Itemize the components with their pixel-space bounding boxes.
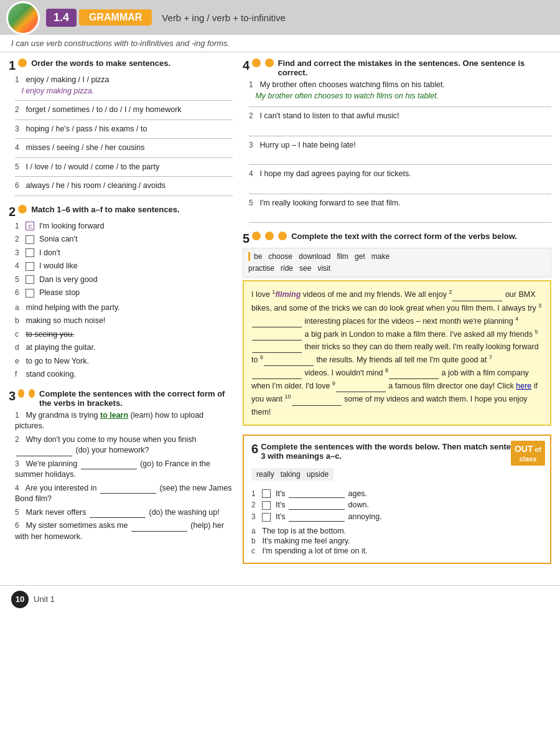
checkbox-4[interactable] xyxy=(26,262,34,271)
ex5-number: 5 xyxy=(243,232,250,245)
ex4-dot1 xyxy=(252,59,261,67)
s6-checkbox-2[interactable] xyxy=(262,501,271,510)
s6-checkbox-3[interactable] xyxy=(262,513,271,522)
ex1-title: Order the words to make sentences. xyxy=(31,59,170,68)
ex4-number: 4 xyxy=(243,59,250,72)
sub-header: I can use verb constructions with to-inf… xyxy=(0,35,560,52)
ex1-number: 1 xyxy=(9,59,16,72)
page-number: 10 xyxy=(11,591,29,608)
ex6-number: 6 xyxy=(251,442,258,456)
list-item: 1 c I'm looking forward xyxy=(15,221,233,232)
ex4-dot2 xyxy=(265,59,274,67)
ex3-title: Complete the sentences with the correct … xyxy=(39,389,233,408)
list-item: 2 Sonia can't xyxy=(15,234,233,245)
list-item: 6 Please stop xyxy=(15,288,233,299)
list-item: 3 Hurry up – I hate being late! xyxy=(249,140,551,160)
ex2-lettered: a mind helping with the party. b making … xyxy=(9,303,233,380)
list-item: 2 It's down. xyxy=(251,500,543,510)
list-item: 6 always / he / his room / cleaning / av… xyxy=(15,181,233,192)
unit-avatar xyxy=(6,1,40,35)
ex2-number: 2 xyxy=(9,205,16,218)
unit-badge: 1.4 xyxy=(46,9,77,27)
out-of-class-badge: OUT of class xyxy=(511,441,545,466)
list-item: 5 Dan is very good xyxy=(15,275,233,286)
checkbox-6[interactable] xyxy=(26,289,34,298)
header-subtitle: Verb + ing / verb + to-infinitive xyxy=(162,12,285,23)
ex5-dot2 xyxy=(265,232,274,240)
list-item: b making so much noise! xyxy=(15,316,233,327)
ex4-title: Find and correct the mistakes in the sen… xyxy=(278,59,551,77)
exercise-4: 4 Find and correct the mistakes in the s… xyxy=(243,59,551,223)
ex6-sentences: 1 It's ages. 2 It's down. 3 It's annoyin… xyxy=(251,489,543,522)
ex1-items: 1 enjoy / making / I / pizza I enjoy mak… xyxy=(9,75,233,196)
here-link[interactable]: here xyxy=(516,382,531,390)
ex6-vocab: really taking upside xyxy=(251,468,334,481)
ex5-vocab: be choose download film get make practis… xyxy=(243,248,551,278)
ex2-numbered: 1 c I'm looking forward 2 Sonia can't 3 … xyxy=(9,221,233,299)
list-item: 5 I'm really looking forward to see that… xyxy=(249,198,551,218)
ex5-dot3 xyxy=(278,232,287,240)
ex2-dot xyxy=(18,205,27,214)
list-item: f stand cooking. xyxy=(15,369,233,380)
ex5-title: Complete the text with the correct form … xyxy=(291,232,517,241)
exercise-2: 2 Match 1–6 with a–f to make sentences. … xyxy=(9,205,233,380)
list-item: 3 It's annoying. xyxy=(251,512,543,522)
right-column: 4 Find and correct the mistakes in the s… xyxy=(243,59,551,573)
ex6-title: Complete the sentences with the words be… xyxy=(261,442,543,461)
ex6-meanings: a The top is at the bottom. b It's makin… xyxy=(251,527,543,555)
ex5-text: I love 1filming videos of me and my frie… xyxy=(243,280,551,425)
page-header: 1.4 GRAMMAR Verb + ing / verb + to-infin… xyxy=(0,0,560,35)
ex6-box: OUT of class 6 Complete the sentences wi… xyxy=(243,435,551,564)
ex3-number: 3 xyxy=(9,389,16,403)
list-item: 1 enjoy / making / I / pizza I enjoy mak… xyxy=(15,75,233,96)
list-item: b It's making me feel angry. xyxy=(251,537,543,545)
ex3-items: 1 My grandma is trying to learn (learn) … xyxy=(9,410,233,543)
list-item: 2 Why don't you come to my house when yo… xyxy=(15,435,233,456)
ex4-items: 1 My brother often chooses watching film… xyxy=(243,80,551,223)
list-item: e to go to New York. xyxy=(15,356,233,367)
list-item: 1 My brother often chooses watching film… xyxy=(249,80,551,101)
s6-checkbox-1[interactable] xyxy=(262,489,271,498)
section-label: GRAMMAR xyxy=(79,9,152,26)
list-item: 1 It's ages. xyxy=(251,489,543,499)
list-item: 5 Mark never offers (do) the washing up! xyxy=(15,507,233,519)
list-item: a mind helping with the party. xyxy=(15,303,233,314)
list-item: 4 Are you interested in (see) the new Ja… xyxy=(15,483,233,505)
list-item: c I'm spending a lot of time on it. xyxy=(251,547,543,555)
exercise-1: 1 Order the words to make sentences. 1 e… xyxy=(9,59,233,196)
list-item: 4 I would like xyxy=(15,261,233,272)
list-item: 3 I don't xyxy=(15,248,233,259)
checkbox-3[interactable] xyxy=(26,248,34,257)
list-item: c to seeing you. xyxy=(15,329,233,341)
page-footer: 10 Unit 1 xyxy=(0,585,560,613)
left-column: 1 Order the words to make sentences. 1 e… xyxy=(9,59,233,573)
list-item: 1 My grandma is trying to learn (learn) … xyxy=(15,410,233,432)
list-item: 3 We're planning (go) to France in the s… xyxy=(15,459,233,481)
ex2-title: Match 1–6 with a–f to make sentences. xyxy=(31,205,179,214)
exercise-3: 3 Complete the sentences with the correc… xyxy=(9,389,233,543)
ex1-dot xyxy=(18,59,27,67)
checkbox-1[interactable]: c xyxy=(26,222,34,230)
unit-label: Unit 1 xyxy=(34,594,55,604)
checkbox-2[interactable] xyxy=(26,235,34,244)
list-item: 2 I can't stand to listen to that awful … xyxy=(249,111,551,131)
list-item: 2 forget / sometimes / to / do / I / my … xyxy=(15,105,233,116)
list-item: 6 My sister sometimes asks me (help) her… xyxy=(15,520,233,542)
ex5-dot1 xyxy=(252,232,261,240)
list-item: 3 hoping / he's / pass / his exams / to xyxy=(15,124,233,135)
list-item: 5 I / love / to / would / come / to the … xyxy=(15,162,233,173)
list-item: a The top is at the bottom. xyxy=(251,527,543,535)
list-item: d at playing the guitar. xyxy=(15,342,233,354)
main-content: 1 Order the words to make sentences. 1 e… xyxy=(0,52,560,579)
ex1-answer1: I enjoy making pizza. xyxy=(15,87,94,95)
ex3-dot2 xyxy=(29,389,35,398)
ex3-dot1 xyxy=(18,389,24,398)
list-item: 4 I hope my dad agrees paying for our ti… xyxy=(249,169,551,189)
exercise-6: OUT of class 6 Complete the sentences wi… xyxy=(243,435,551,564)
checkbox-5[interactable] xyxy=(26,275,34,284)
exercise-5: 5 Complete the text with the correct for… xyxy=(243,232,551,426)
list-item: 4 misses / seeing / she / her cousins xyxy=(15,143,233,154)
